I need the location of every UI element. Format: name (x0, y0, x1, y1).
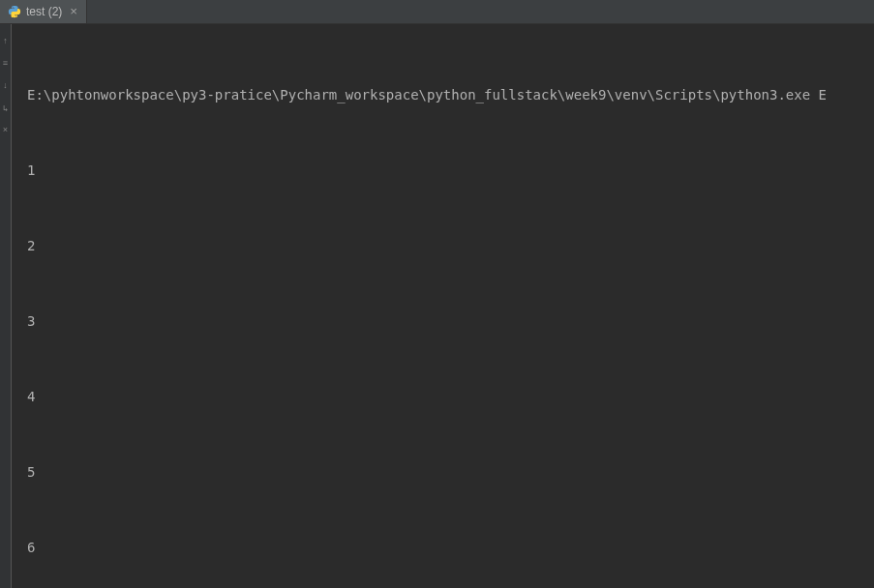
command-line: E:\pyhtonworkspace\py3-pratice\Pycharm_w… (27, 82, 874, 107)
console-output[interactable]: E:\pyhtonworkspace\py3-pratice\Pycharm_w… (12, 24, 874, 588)
tab-label: test (2) (26, 5, 62, 18)
run-tab[interactable]: test (2) × (0, 0, 87, 23)
output-line: 4 (27, 384, 874, 409)
gutter-btn-0[interactable]: ↑ (1, 32, 11, 51)
output-line: 5 (27, 459, 874, 485)
output-line: 6 (27, 535, 874, 560)
tab-bar: test (2) × (0, 0, 874, 24)
output-line: 2 (27, 233, 874, 258)
close-icon[interactable]: × (67, 5, 80, 19)
python-icon (8, 5, 21, 18)
gutter-btn-2[interactable]: ↓ (1, 76, 11, 96)
run-toolbar: ↑ ≡ ↓ ↳ × (0, 24, 12, 588)
gutter-btn-3[interactable]: ↳ (1, 99, 11, 118)
gutter-btn-4[interactable]: × (1, 121, 11, 140)
output-line: 1 (27, 158, 874, 183)
output-line: 3 (27, 309, 874, 334)
main-area: ↑ ≡ ↓ ↳ × E:\pyhtonworkspace\py3-pratice… (0, 24, 874, 588)
gutter-btn-1[interactable]: ≡ (1, 54, 11, 74)
